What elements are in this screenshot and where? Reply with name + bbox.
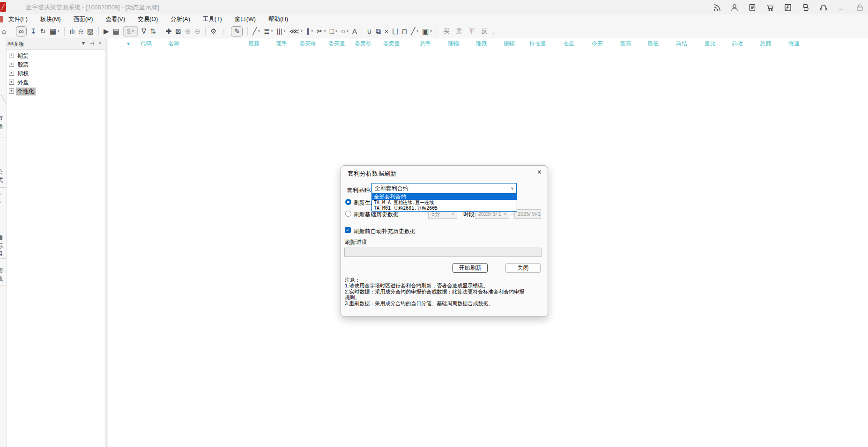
column-header[interactable]: 涨幅 xyxy=(448,40,459,48)
tree-item[interactable]: + 股票 xyxy=(7,60,105,69)
column-header[interactable]: 量比 xyxy=(705,40,716,48)
user-icon[interactable] xyxy=(726,2,743,13)
channel-lines-icon[interactable]: ∥▾ xyxy=(306,27,313,36)
cut-tool-icon[interactable]: ✂▾ xyxy=(317,27,326,36)
start-refresh-button[interactable]: 开始刷新 xyxy=(453,263,488,273)
filter-arrow-icon[interactable]: ▼ xyxy=(126,41,131,46)
column-header[interactable]: 最低 xyxy=(647,40,659,48)
expand-plus-icon[interactable]: + xyxy=(9,53,14,58)
column-header[interactable]: 名称 xyxy=(168,40,179,48)
tree-item[interactable]: + 期权 xyxy=(7,69,105,78)
rectangle-tool-icon[interactable]: □▾ xyxy=(330,27,337,36)
docked-tab-label[interactable]: 式 xyxy=(0,176,7,184)
docked-tab-label[interactable]: 丶 xyxy=(0,191,7,199)
menu-item[interactable]: 工具(T) xyxy=(203,15,222,23)
docked-tab-label[interactable]: 线 xyxy=(0,275,7,283)
close-button[interactable]: 关闭 xyxy=(505,263,541,273)
home-icon[interactable]: ⌂▾ xyxy=(2,27,6,36)
menu-item[interactable]: 窗口(W) xyxy=(235,15,256,23)
news-icon[interactable] xyxy=(743,2,761,13)
filter-funnel-icon[interactable]: ∇▾ xyxy=(141,27,146,36)
trash-icon[interactable]: ⨆▾ xyxy=(392,27,398,36)
signal-icon[interactable]: ılı▾ xyxy=(69,27,75,36)
dollar-icon[interactable]: $▾ xyxy=(123,26,138,37)
vertical-lines-icon[interactable]: |||▾ xyxy=(277,27,286,36)
settings-gear-icon[interactable]: ⚙▾ xyxy=(210,27,216,36)
save-icon[interactable]: ▣▾ xyxy=(422,27,432,36)
date-to-picker[interactable]: 2025/ 9/ 1 ∨ xyxy=(514,209,541,219)
flat-label[interactable]: 平▾ xyxy=(468,27,475,36)
column-header[interactable]: 委卖量 xyxy=(383,40,400,48)
docked-tab-label[interactable]: 画 xyxy=(0,267,7,275)
column-header[interactable]: 前结 xyxy=(676,40,687,48)
move-icon[interactable]: ✚▾ xyxy=(166,27,172,36)
eraser-icon[interactable]: ✎▾ xyxy=(231,26,243,37)
zoom-in-icon[interactable]: ⊕▾ xyxy=(185,27,191,36)
sell-label[interactable]: 卖▾ xyxy=(456,27,462,36)
auto-backfill-checkbox[interactable]: ✓ xyxy=(345,227,351,233)
play-icon[interactable]: ▶▾ xyxy=(104,27,109,36)
rss-icon[interactable] xyxy=(708,2,726,13)
menu-item[interactable]: 分析(A) xyxy=(171,15,190,23)
column-header[interactable]: 最高 xyxy=(620,40,631,48)
magnet-icon[interactable]: ∪▾ xyxy=(367,27,372,36)
dropdown-option[interactable]: 全部套利合约 xyxy=(372,194,517,200)
alert-bell-icon[interactable]: ⍾▾ xyxy=(79,27,83,36)
python-icon[interactable] xyxy=(797,2,815,13)
docked-tab-label[interactable]: 组 xyxy=(0,250,7,258)
column-header[interactable]: 前收 xyxy=(732,40,743,48)
docked-tab-label[interactable]: 公 xyxy=(0,168,7,176)
expand-plus-icon[interactable]: + xyxy=(9,62,14,67)
docked-tab-label[interactable]: 丶 xyxy=(0,198,7,206)
tree-item[interactable]: + 个性化 xyxy=(7,87,105,96)
menu-item[interactable]: 查看(V) xyxy=(105,15,125,23)
minimize-icon[interactable] xyxy=(832,2,850,13)
chart-box-icon[interactable]: ▨▾ xyxy=(87,27,94,36)
column-header[interactable]: 涨跌 xyxy=(476,40,487,48)
lock-icon[interactable]: ⊓▾ xyxy=(401,27,407,36)
dropdown-option[interactable]: TA_M01 豆粕2601.豆粕2605 xyxy=(372,205,517,211)
percent-lines-icon[interactable]: ≣▾ xyxy=(264,27,273,36)
formula-icon[interactable] xyxy=(779,2,797,13)
menu-item[interactable]: 板块(M) xyxy=(40,15,61,23)
clipped-lock-icon[interactable] xyxy=(850,2,868,13)
erase-region-icon[interactable]: ⊠▾ xyxy=(175,27,181,36)
menu-item[interactable]: 画面(P) xyxy=(74,15,93,23)
dropdown-option[interactable]: TA_M_A 豆粕连续.豆一连续 xyxy=(372,200,517,205)
dialog-close-icon[interactable]: × xyxy=(537,168,542,176)
expand-plus-icon[interactable]: + xyxy=(9,71,14,76)
docked-tab-label[interactable]: 市 xyxy=(0,114,7,122)
column-header[interactable]: 总额 xyxy=(760,40,771,48)
tree-item[interactable]: + 外盘 xyxy=(7,78,105,87)
pencil-icon[interactable]: ╱▾ xyxy=(411,27,418,36)
column-header[interactable]: 仓差 xyxy=(563,40,574,48)
report-icon[interactable]: ▤▾ xyxy=(112,27,119,36)
sort-icon[interactable]: ⇅▾ xyxy=(150,27,156,36)
text-tool-icon[interactable]: A▾ xyxy=(352,27,357,36)
menu-item[interactable]: 帮助(H) xyxy=(268,15,288,23)
docked-tab-label[interactable]: 指 xyxy=(0,234,7,242)
refresh-base-radio[interactable] xyxy=(345,211,351,217)
menu-item[interactable]: 文件(F) xyxy=(8,15,28,23)
ellipse-tool-icon[interactable]: ○▾ xyxy=(341,27,349,36)
column-header[interactable]: 代码 xyxy=(141,40,152,48)
fan-lines-icon[interactable]: ⋘▾ xyxy=(289,27,302,36)
docked-tab-label[interactable]: 场 xyxy=(0,123,7,131)
column-header[interactable]: 委买价 xyxy=(299,40,316,48)
column-header[interactable]: 委买量 xyxy=(328,40,345,48)
column-header[interactable]: 持仓量 xyxy=(529,40,546,48)
delete-icon[interactable]: ×▾ xyxy=(385,27,389,36)
column-header[interactable]: 今开 xyxy=(592,40,603,48)
copy-icon[interactable]: ⧉▾ xyxy=(376,27,381,36)
expand-plus-icon[interactable]: + xyxy=(9,80,14,85)
trailing-dot[interactable]: .▾ xyxy=(492,27,494,36)
column-header[interactable]: 总手 xyxy=(420,40,431,48)
link-icon[interactable]: ∞▾ xyxy=(16,26,27,37)
zoom-out-icon[interactable]: ⊖▾ xyxy=(194,27,200,36)
buy-label[interactable]: 买▾ xyxy=(443,27,449,36)
column-header[interactable]: 涨速 xyxy=(788,40,800,48)
column-header[interactable]: 现手 xyxy=(276,40,287,48)
refresh-icon[interactable]: ↻▾ xyxy=(40,27,46,36)
refresh-generated-radio[interactable] xyxy=(345,199,351,205)
menu-item[interactable]: 交易(O) xyxy=(138,15,158,23)
